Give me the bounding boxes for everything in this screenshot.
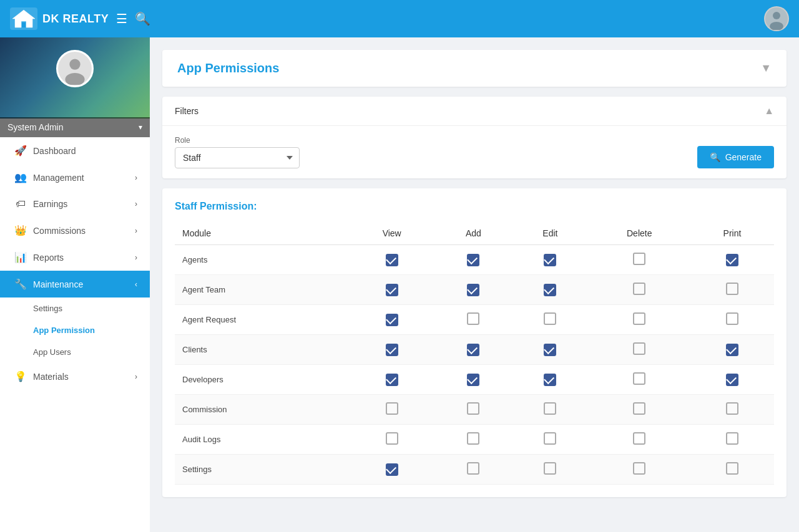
menu-icon[interactable]: ☰: [116, 11, 127, 26]
edit-cell: [512, 425, 588, 455]
logo-area: DK REALTY: [10, 7, 109, 30]
print-checkbox[interactable]: [726, 254, 738, 266]
user-avatar-top[interactable]: [764, 6, 789, 31]
subitem-label: Settings: [33, 304, 62, 313]
sidebar-item-maintenance[interactable]: 🔧 Maintenance ‹: [0, 271, 150, 297]
edit-checkbox[interactable]: [544, 254, 556, 266]
sidebar-subitem-app-permission[interactable]: App Permission: [0, 319, 150, 341]
table-row: Commission: [175, 395, 774, 425]
module-cell: Clients: [175, 335, 349, 365]
chevron-up-icon: ‹: [135, 280, 137, 289]
add-checkbox[interactable]: [467, 312, 479, 325]
edit-cell: [512, 455, 588, 485]
svg-point-7: [69, 59, 80, 69]
delete-cell: [588, 425, 690, 455]
svg-rect-2: [22, 22, 26, 27]
sidebar-username: System Admin: [7, 122, 63, 132]
add-cell: [434, 335, 512, 365]
col-print: Print: [690, 222, 774, 245]
sidebar-item-reports[interactable]: 📊 Reports ›: [0, 244, 150, 271]
add-checkbox[interactable]: [467, 254, 479, 266]
logo-icon: [10, 7, 37, 30]
add-checkbox[interactable]: [467, 462, 479, 475]
sidebar-subitem-app-users[interactable]: App Users: [0, 341, 150, 363]
edit-checkbox[interactable]: [544, 432, 556, 445]
view-checkbox[interactable]: [386, 463, 398, 476]
crown-icon: 👑: [14, 225, 27, 236]
top-nav-left: DK REALTY ☰ 🔍: [10, 7, 150, 30]
add-checkbox[interactable]: [467, 344, 479, 356]
add-checkbox[interactable]: [467, 432, 479, 445]
view-checkbox[interactable]: [386, 314, 398, 326]
add-checkbox[interactable]: [467, 402, 479, 415]
subitem-label: App Permission: [33, 326, 95, 335]
print-checkbox[interactable]: [726, 283, 738, 295]
sidebar-item-earnings[interactable]: 🏷 Earnings ›: [0, 191, 150, 217]
print-checkbox[interactable]: [726, 344, 738, 356]
print-checkbox[interactable]: [726, 402, 738, 415]
chevron-right-icon: ›: [135, 200, 137, 208]
edit-checkbox[interactable]: [544, 402, 556, 415]
chart-icon: 📊: [14, 251, 27, 263]
filter-icon[interactable]: ▼: [760, 62, 772, 75]
wrench-icon: 🔧: [14, 278, 27, 290]
print-checkbox[interactable]: [726, 312, 738, 325]
view-checkbox[interactable]: [386, 432, 398, 445]
generate-button[interactable]: 🔍 Generate: [697, 146, 774, 168]
table-row: Audit Logs: [175, 425, 774, 455]
sidebar-item-label: Materials: [33, 372, 129, 382]
delete-cell: [588, 275, 690, 305]
sidebar-subitem-settings[interactable]: Settings: [0, 297, 150, 319]
print-checkbox[interactable]: [726, 432, 738, 445]
delete-checkbox[interactable]: [633, 462, 645, 475]
sidebar-item-management[interactable]: 👥 Management ›: [0, 164, 150, 191]
chevron-right-icon: ›: [135, 372, 137, 381]
edit-checkbox[interactable]: [544, 344, 556, 356]
edit-checkbox[interactable]: [544, 312, 556, 325]
delete-checkbox[interactable]: [633, 342, 645, 355]
subitem-label: App Users: [33, 347, 71, 357]
print-cell: [690, 275, 774, 305]
edit-cell: [512, 245, 588, 275]
view-checkbox[interactable]: [386, 374, 398, 386]
sidebar-avatar: [56, 50, 94, 87]
delete-checkbox[interactable]: [633, 372, 645, 385]
sidebar-item-commissions[interactable]: 👑 Commissions ›: [0, 217, 150, 244]
print-checkbox[interactable]: [726, 462, 738, 475]
edit-checkbox[interactable]: [544, 462, 556, 475]
delete-checkbox[interactable]: [633, 253, 645, 265]
edit-cell: [512, 275, 588, 305]
view-checkbox[interactable]: [386, 254, 398, 266]
delete-checkbox[interactable]: [633, 312, 645, 325]
print-cell: [690, 365, 774, 395]
delete-checkbox[interactable]: [633, 432, 645, 445]
view-checkbox[interactable]: [386, 284, 398, 296]
sidebar-item-materials[interactable]: 💡 Materials ›: [0, 363, 150, 390]
sidebar: System Admin ▾ 🚀 Dashboard 👥 Management …: [0, 37, 150, 532]
delete-checkbox[interactable]: [633, 283, 645, 295]
module-cell: Developers: [175, 365, 349, 395]
print-checkbox[interactable]: [726, 374, 738, 386]
table-header-row: Module View Add Edit Delete Print: [175, 222, 774, 245]
sidebar-item-dashboard[interactable]: 🚀 Dashboard: [0, 137, 150, 164]
sidebar-user-bar[interactable]: System Admin ▾: [0, 117, 150, 137]
search-icon[interactable]: 🔍: [135, 11, 150, 26]
chevron-right-icon: ›: [135, 253, 137, 262]
edit-checkbox[interactable]: [544, 374, 556, 386]
view-cell: [349, 365, 434, 395]
module-cell: Audit Logs: [175, 425, 349, 455]
delete-checkbox[interactable]: [633, 402, 645, 415]
search-icon: 🔍: [710, 152, 720, 162]
chevron-right-icon: ›: [135, 226, 137, 235]
edit-checkbox[interactable]: [544, 284, 556, 296]
collapse-icon[interactable]: ▲: [764, 105, 774, 117]
view-checkbox[interactable]: [386, 344, 398, 356]
add-cell: [434, 275, 512, 305]
view-checkbox[interactable]: [386, 402, 398, 415]
main-content: App Permissions ▼ Filters ▲ Role Staff A…: [150, 37, 799, 532]
add-checkbox[interactable]: [467, 374, 479, 386]
filter-header: Filters ▲: [162, 97, 787, 126]
role-select[interactable]: Staff Admin Manager Agent: [175, 147, 300, 168]
add-checkbox[interactable]: [467, 284, 479, 296]
delete-cell: [588, 305, 690, 335]
